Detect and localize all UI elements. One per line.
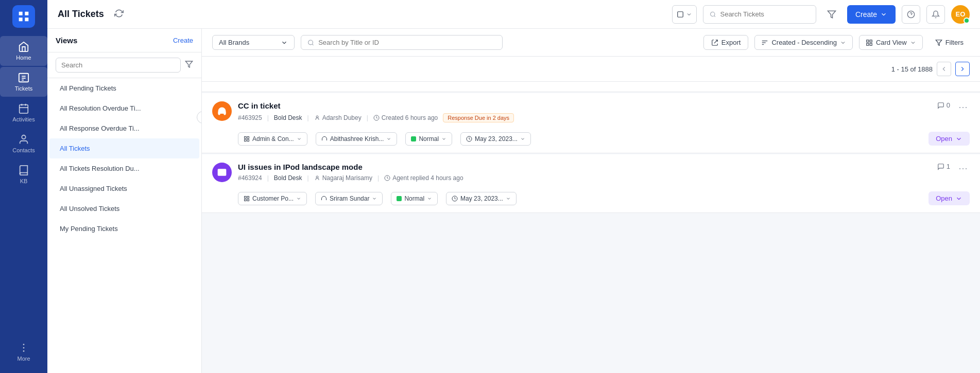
ticket-footer: Customer Po... Sriram Sundar Normal (202, 187, 980, 212)
ticket-meta: #463924 | Bold Desk | Nagaraj Marisamy | (238, 174, 931, 182)
svg-rect-35 (247, 139, 249, 141)
ticket-time: Created 6 hours ago (373, 114, 438, 121)
header-filter-button[interactable] (822, 5, 841, 24)
ticket-search-input[interactable] (318, 39, 496, 46)
svg-rect-27 (867, 43, 869, 45)
sidebar-item-more-label: More (17, 356, 30, 362)
ticket-assignee-dropdown[interactable]: Sriram Sundar (315, 192, 383, 205)
sidebar-item-tickets-label: Tickets (15, 85, 32, 92)
views-item-all-pending[interactable]: All Pending Tickets (49, 78, 199, 98)
views-filter-icon[interactable] (185, 60, 193, 70)
ticket-agent: Nagaraj Marisamy (314, 174, 372, 182)
sidebar-item-kb[interactable]: KB (0, 159, 47, 189)
svg-rect-42 (247, 199, 249, 201)
create-button[interactable]: Create (847, 5, 896, 24)
svg-point-9 (23, 344, 25, 345)
page-title: All Tickets (58, 9, 104, 20)
svg-rect-34 (245, 139, 247, 141)
sidebar-item-home[interactable]: Home (0, 36, 47, 66)
sort-button[interactable]: Created - Descending (754, 35, 852, 50)
svg-marker-29 (936, 40, 942, 45)
views-search-input[interactable] (56, 58, 181, 73)
search-type-selector[interactable] (672, 5, 697, 24)
ticket-source: Bold Desk (274, 114, 302, 121)
views-item-my-pending[interactable]: My Pending Tickets (49, 219, 199, 239)
view-toggle-button[interactable]: Card View (859, 35, 923, 50)
ticket-more-button[interactable]: ⋯ (956, 163, 970, 174)
user-avatar[interactable]: EO (951, 5, 970, 24)
ticket-status-button[interactable]: Open (929, 191, 970, 205)
views-item-all-tickets[interactable]: All Tickets (49, 138, 199, 158)
ticket-title[interactable]: UI issues in IPod landscape mode (238, 163, 931, 171)
sidebar-item-home-label: Home (16, 55, 31, 61)
pagination-prev-button[interactable] (937, 62, 951, 76)
svg-rect-12 (678, 11, 683, 17)
sidebar: Home Tickets Activities Contacts (0, 0, 47, 373)
svg-line-21 (714, 40, 717, 43)
views-list: All Pending Tickets All Resolution Overd… (47, 78, 201, 373)
brands-dropdown[interactable]: All Brands (212, 35, 295, 50)
views-item-all-unsolved[interactable]: All Unsolved Tickets (49, 199, 199, 219)
ticket-more-button[interactable]: ⋯ (956, 101, 970, 113)
svg-marker-18 (185, 61, 192, 67)
svg-rect-4 (20, 105, 28, 114)
ticket-group-dropdown[interactable]: Customer Po... (238, 192, 307, 205)
ticket-agent: Adarsh Dubey (314, 114, 362, 121)
pagination-next-button[interactable] (955, 62, 970, 76)
refresh-icon[interactable] (114, 9, 124, 20)
svg-rect-26 (870, 40, 872, 42)
sidebar-item-contacts[interactable]: Contacts (0, 129, 47, 158)
search-tickets-container[interactable] (703, 5, 816, 24)
ticket-title[interactable]: CC in ticket (238, 101, 931, 110)
sidebar-item-activities-label: Activities (12, 116, 35, 122)
ticket-info: UI issues in IPod landscape mode #463924… (238, 163, 931, 182)
svg-rect-41 (245, 199, 247, 201)
pagination-bar: 1 - 15 of 1888 (202, 57, 980, 82)
pagination-text: 1 - 15 of 1888 (891, 65, 933, 73)
svg-rect-40 (247, 196, 249, 198)
sidebar-item-contacts-label: Contacts (12, 147, 35, 153)
svg-point-8 (22, 135, 25, 139)
svg-marker-15 (828, 11, 835, 18)
ticket-assignee-dropdown[interactable]: Abithashree Krish... (316, 132, 398, 146)
ticket-status-button[interactable]: Open (929, 132, 970, 146)
ticket-priority-dropdown[interactable]: Normal (391, 192, 438, 205)
ticket-id: #463925 (238, 114, 262, 121)
views-item-all-response[interactable]: All Response Overdue Ti... (49, 118, 199, 138)
sidebar-item-activities[interactable]: Activities (0, 98, 47, 128)
ticket-search-bar[interactable] (301, 35, 503, 50)
logo-button[interactable] (12, 5, 35, 28)
help-button[interactable] (902, 5, 920, 24)
search-tickets-input[interactable] (720, 10, 809, 18)
svg-point-30 (316, 116, 318, 118)
svg-rect-28 (870, 43, 872, 45)
ticket-comment-count: 1 (937, 163, 950, 170)
ticket-date-dropdown[interactable]: May 23, 2023... (446, 192, 517, 205)
priority-dot (397, 196, 402, 201)
notifications-button[interactable] (926, 5, 945, 24)
ticket-header: UI issues in IPod landscape mode #463924… (202, 154, 980, 187)
sidebar-item-more[interactable]: More (0, 337, 47, 367)
ticket-group-dropdown[interactable]: Admin & Con... (238, 132, 307, 146)
svg-rect-33 (247, 136, 249, 138)
sidebar-item-tickets[interactable]: Tickets (0, 67, 47, 97)
ticket-date-dropdown[interactable]: May 23, 2023... (460, 132, 531, 146)
svg-point-10 (23, 347, 25, 349)
svg-point-13 (711, 12, 715, 16)
views-header: Views Create (47, 29, 201, 52)
views-create-button[interactable]: Create (173, 37, 193, 44)
content-area: Views Create All Pending Tickets All Res… (47, 29, 980, 373)
ticket-card: CC in ticket #463925 | Bold Desk | Adars… (202, 93, 980, 153)
views-item-all-resolution[interactable]: All Resolution Overdue Ti... (49, 98, 199, 118)
filters-button[interactable]: Filters (929, 35, 970, 49)
views-item-all-unassigned[interactable]: All Unassigned Tickets (49, 179, 199, 199)
priority-dot (411, 136, 416, 141)
ticket-header: CC in ticket #463925 | Bold Desk | Adars… (202, 93, 980, 128)
ticket-avatar (212, 101, 232, 121)
svg-rect-39 (245, 196, 247, 198)
ticket-id: #463924 (238, 174, 262, 182)
tickets-list: CC in ticket #463925 | Bold Desk | Adars… (202, 82, 980, 373)
ticket-priority-dropdown[interactable]: Normal (405, 132, 452, 146)
export-button[interactable]: Export (703, 35, 749, 50)
views-item-all-resolution-due[interactable]: All Tickets Resolution Du... (49, 158, 199, 179)
